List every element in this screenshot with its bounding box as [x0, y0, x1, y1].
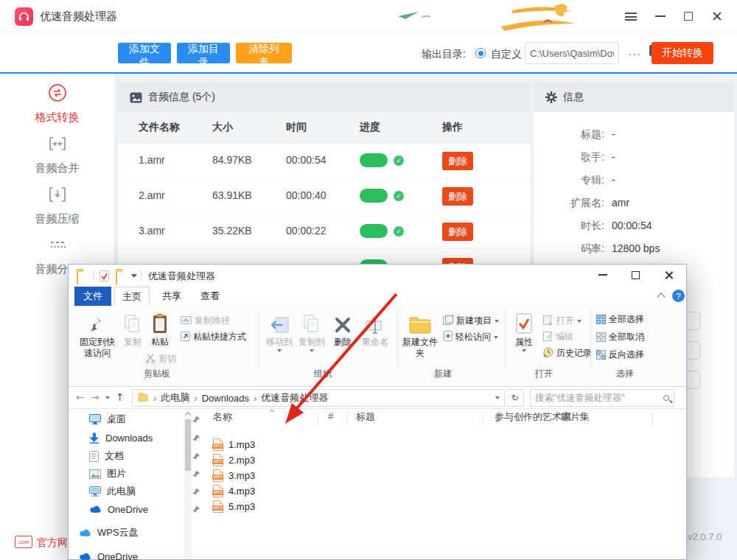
- tab-home[interactable]: 主页: [114, 287, 150, 306]
- pin-icon[interactable]: [192, 470, 200, 478]
- address-dropdown-caret-icon[interactable]: [495, 396, 500, 399]
- nav-scrollbar[interactable]: [184, 409, 192, 559]
- collapse-ribbon-icon[interactable]: [657, 293, 665, 301]
- select-none-icon: [596, 332, 606, 342]
- tab-file[interactable]: 文件: [74, 287, 111, 306]
- explorer-close-button[interactable]: [660, 267, 677, 282]
- search-icon: [663, 395, 669, 401]
- sidebar-item-format-convert[interactable]: 格式转换: [0, 83, 114, 125]
- help-button[interactable]: ?: [672, 290, 685, 302]
- ribbon-label: 打开: [556, 315, 574, 327]
- nav-item-desktop[interactable]: 桌面: [89, 410, 126, 428]
- browse-more-button[interactable]: ···: [625, 43, 644, 63]
- file-item-1[interactable]: MP3 1.mp3: [213, 437, 255, 452]
- audio-split-icon: [47, 234, 68, 255]
- nav-item-downloads[interactable]: Downloads: [89, 429, 153, 447]
- delete-button[interactable]: 删除: [442, 187, 473, 206]
- pin-icon[interactable]: [192, 434, 200, 442]
- ribbon-copy[interactable]: 复制: [119, 310, 147, 348]
- ribbon-history[interactable]: 历史记录: [543, 347, 592, 360]
- custom-radio[interactable]: [475, 48, 486, 58]
- ribbon-edit[interactable]: 编辑: [543, 331, 573, 343]
- nav-item-wps-cloud[interactable]: WPS云盘: [79, 524, 139, 542]
- column-track-number[interactable]: #: [328, 410, 333, 421]
- nav-item-onedrive[interactable]: OneDrive: [89, 500, 148, 518]
- file-item-3[interactable]: MP3 3.mp3: [213, 468, 255, 483]
- breadcrumb-current-folder[interactable]: 优速音频处理器: [261, 391, 328, 405]
- nav-item-onedrive-root[interactable]: OneDrive: [79, 547, 138, 560]
- breadcrumb-this-pc[interactable]: 此电脑: [161, 391, 189, 405]
- scrollbar-thumb[interactable]: [185, 419, 191, 471]
- divider[interactable]: [347, 412, 348, 427]
- app-close-button[interactable]: [709, 9, 725, 24]
- pin-icon[interactable]: [192, 452, 200, 461]
- ribbon-easy-access[interactable]: 轻松访问: [443, 331, 498, 343]
- ribbon-new-folder[interactable]: 新建文件夹: [402, 310, 439, 359]
- ribbon-paste-shortcut[interactable]: 粘贴快捷方式: [181, 331, 246, 343]
- ribbon-rename[interactable]: 重命名: [357, 310, 393, 348]
- ribbon-select-all[interactable]: 全部选择: [596, 313, 644, 326]
- file-item-2[interactable]: MP3 2.mp3: [213, 452, 255, 468]
- divider[interactable]: [483, 412, 483, 427]
- up-arrow-icon[interactable]: ↑: [116, 391, 125, 403]
- breadcrumb-downloads[interactable]: Downloads: [202, 393, 249, 404]
- ribbon-delete[interactable]: 删除: [328, 310, 357, 348]
- explorer-minimize-button[interactable]: [595, 267, 611, 282]
- qat-properties-check-icon[interactable]: [99, 270, 109, 284]
- delete-button[interactable]: 删除: [442, 152, 473, 170]
- ribbon-cut[interactable]: 剪切: [145, 353, 176, 365]
- column-title[interactable]: 标题: [356, 410, 375, 424]
- explorer-maximize-button[interactable]: [627, 267, 643, 282]
- add-file-button[interactable]: 添加文件: [118, 43, 171, 63]
- ribbon-new-item[interactable]: 新建项目: [443, 315, 499, 327]
- app-maximize-button[interactable]: [680, 9, 696, 24]
- ribbon-copy-path[interactable]: 复制路径: [181, 315, 230, 327]
- ribbon-copy-to[interactable]: 复制到: [296, 310, 328, 352]
- file-item-5[interactable]: MP3 5.mp3: [213, 499, 255, 514]
- scroll-up-icon[interactable]: [185, 412, 191, 418]
- column-name[interactable]: 名称: [213, 410, 232, 424]
- nav-item-this-pc[interactable]: 此电脑: [89, 483, 136, 500]
- qat-new-folder-icon[interactable]: [116, 271, 117, 285]
- file-item-4[interactable]: MP3 4.mp3: [213, 483, 255, 499]
- sidebar-item-audio-merge[interactable]: 音频合并: [0, 133, 114, 175]
- table-row: 1.amr 84.97KB 00:00:54 ✓ 删除: [118, 143, 531, 178]
- nav-item-pictures[interactable]: 图片: [89, 465, 126, 483]
- app-menu-button[interactable]: [623, 9, 639, 24]
- divider[interactable]: [652, 412, 653, 427]
- column-artists[interactable]: 参与创作的艺术家: [495, 410, 571, 424]
- ribbon-paste[interactable]: 粘贴: [145, 310, 175, 348]
- nav-item-documents[interactable]: 文档: [89, 447, 124, 465]
- ribbon-move-to[interactable]: 移动到: [263, 310, 296, 352]
- ribbon-open[interactable]: 打开: [543, 315, 581, 327]
- clear-list-button[interactable]: 清除列表: [236, 43, 292, 63]
- pin-icon[interactable]: [192, 505, 200, 514]
- delete-button[interactable]: 删除: [442, 223, 473, 241]
- output-path-input[interactable]: [525, 42, 619, 64]
- add-directory-button[interactable]: 添加目录: [177, 43, 230, 63]
- ribbon-select-none[interactable]: 全部取消: [596, 331, 644, 343]
- tab-share[interactable]: 共享: [154, 287, 189, 306]
- sidebar-item-audio-compress[interactable]: 音频压缩: [0, 184, 114, 226]
- column-album[interactable]: 唱片集: [561, 410, 590, 424]
- refresh-button[interactable]: ↻: [506, 389, 524, 407]
- address-box[interactable]: › 此电脑 › Downloads › 优速音频处理器: [132, 389, 505, 407]
- pin-icon[interactable]: [192, 416, 200, 424]
- back-arrow-icon[interactable]: ←: [76, 391, 85, 403]
- app-minimize-button[interactable]: [652, 9, 668, 24]
- recent-locations-caret-icon[interactable]: [105, 396, 110, 399]
- search-input[interactable]: [535, 393, 663, 403]
- search-box[interactable]: [530, 389, 674, 407]
- divider[interactable]: [318, 412, 318, 427]
- field-label: 扩展名:: [534, 197, 604, 210]
- start-convert-button[interactable]: 开始转换: [652, 42, 713, 64]
- ribbon-properties[interactable]: 属性: [509, 310, 539, 352]
- qat-dropdown-icon[interactable]: [131, 274, 137, 278]
- forward-arrow-icon[interactable]: →: [91, 391, 99, 403]
- ribbon-invert-selection[interactable]: 反向选择: [596, 349, 644, 361]
- hamburger-icon: [625, 13, 637, 21]
- ribbon-pin-quick-access[interactable]: 固定到快速访问: [76, 310, 119, 359]
- divider[interactable]: [549, 412, 550, 427]
- tab-view[interactable]: 查看: [192, 287, 228, 306]
- pin-icon[interactable]: [192, 488, 200, 496]
